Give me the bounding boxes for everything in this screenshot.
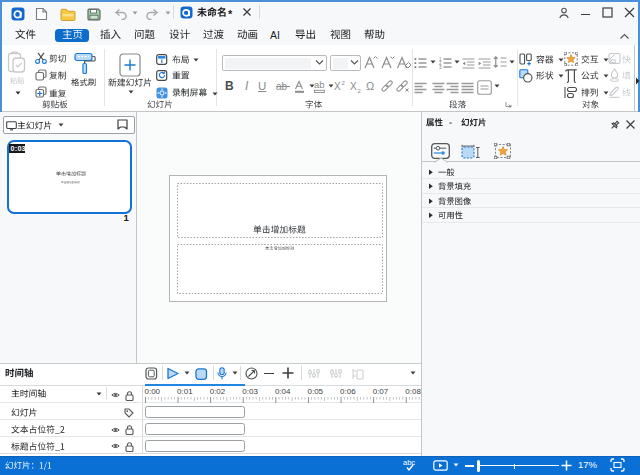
svg-text:2: 2 xyxy=(358,88,362,93)
svg-text:X: X xyxy=(334,81,341,92)
svg-text:2: 2 xyxy=(342,80,346,86)
svg-text:abc: abc xyxy=(403,458,415,467)
svg-text:ab: ab xyxy=(314,80,325,90)
svg-text:Ω: Ω xyxy=(366,80,374,92)
svg-text:3: 3 xyxy=(439,65,442,69)
svg-text:X: X xyxy=(350,81,357,92)
